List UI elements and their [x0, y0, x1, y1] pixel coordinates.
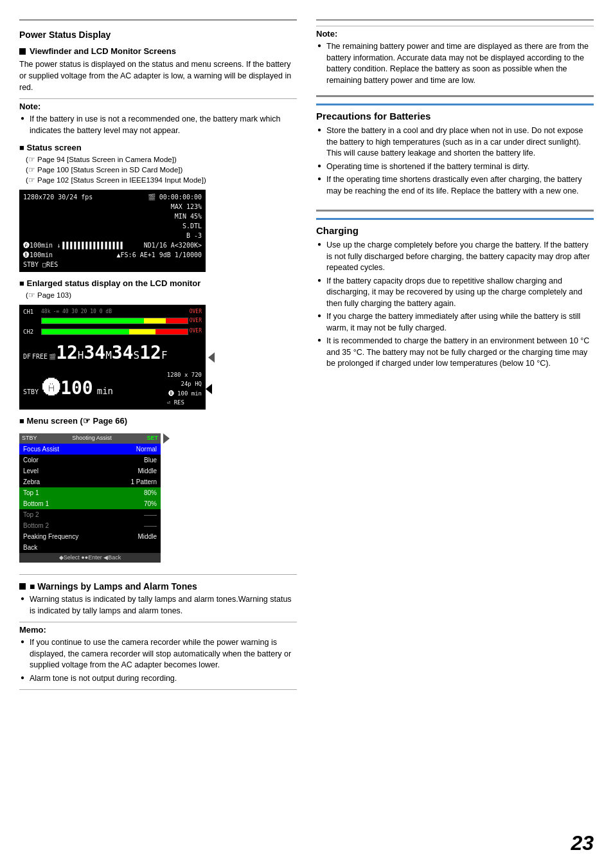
tc-hours: 12	[56, 339, 78, 368]
status-b100: 🅑100min	[23, 250, 53, 260]
precautions-title: Precautions for Batteries	[316, 111, 594, 122]
ch1-over: OVER	[190, 308, 202, 316]
menu-row-peaking: Peaking Frequency Middle	[19, 531, 161, 542]
note-item: If the battery in use is not a recommend…	[19, 114, 297, 136]
right-note-label: Note:	[316, 29, 337, 39]
ch1-label: CH1	[23, 307, 41, 316]
menu-value-color: Blue	[144, 455, 157, 465]
menu-label-level: Level	[23, 466, 39, 476]
viewfinder-body: The power status is displayed on the sta…	[19, 59, 297, 93]
right-note-box: Note: The remaining battery power and ti…	[316, 26, 594, 86]
charging-item-1: Use up the charge completely before you …	[316, 240, 594, 274]
ref-2: (☞ Page 100 [Status Screen in SD Card Mo…	[26, 165, 297, 174]
precautions-item-3: If the operating time shortens drastical…	[316, 174, 594, 197]
ch2-label: CH2	[23, 327, 41, 336]
tc-frames: 12	[139, 339, 161, 368]
section-divider-warnings	[19, 574, 297, 575]
memo-list: If you continue to use the camera record…	[19, 637, 297, 684]
status-sdtl: S.DTL	[182, 221, 202, 231]
charging-item-2: If the battery capacity drops due to rep…	[316, 276, 594, 310]
tc-mins: 34	[84, 339, 106, 368]
note-label: Note:	[19, 102, 40, 111]
status-screen-mockup: 1280x720 30/24 fps 🎬 00:00:00:00 MAX 123…	[19, 190, 206, 272]
df-label: DF	[23, 352, 31, 362]
warnings-list: Warning status is indicated by tally lam…	[19, 594, 297, 617]
charging-divider	[316, 210, 594, 212]
precautions-item-2: Operating time is shortened if the batte…	[316, 161, 594, 173]
enlarged-screen-mockup: CH1 48k -∞ 40 30 20 10 0 dB OVER OVER CH…	[19, 305, 206, 410]
status-nd: ND1/16 A<3200K>	[144, 240, 202, 250]
status-stby: STBY □RES	[23, 260, 58, 269]
power-status-title: Power Status Display	[19, 30, 297, 40]
menu-header-title: Shooting Assist	[72, 434, 112, 443]
ch1-bar-row: OVER	[23, 317, 202, 325]
right-column: Note: The remaining battery power and ti…	[316, 19, 594, 829]
right-top-divider	[316, 19, 594, 21]
charging-item-4: It is recommended to charge the battery …	[316, 336, 594, 370]
ch2-over: OVER	[190, 327, 202, 336]
status-line1-left: 1280x720 30/24 fps	[23, 192, 93, 202]
status-fs: ▲FS:6 AE+1 9dB 1/10000	[117, 250, 202, 260]
status-timecode: 🎬 00:00:00:00	[148, 192, 202, 202]
status-max: MAX 123%	[171, 202, 202, 212]
big-timecode-row: DF FREE 🎬 12 H 34 M 34 S 12 F	[23, 339, 202, 368]
menu-row-back: Back	[19, 542, 161, 553]
stby-info: 1280 x 720 24p HQ 🅑 100 min ⏎ RES	[167, 370, 202, 408]
square-bullet-icon	[19, 48, 26, 55]
enlarged-label: ■ Enlarged status display on the LCD mon…	[19, 278, 297, 288]
menu-value-top1: 80%	[144, 488, 157, 498]
menu-arrow-indicator	[163, 433, 170, 444]
menu-label-top1: Top 1	[23, 488, 39, 498]
menu-value-bottom1: 70%	[144, 499, 157, 509]
free-label: FREE	[32, 352, 48, 362]
menu-label-color: Color	[23, 455, 39, 465]
menu-row-top2: Top 2 ——	[19, 509, 161, 520]
warnings-bullet-icon	[19, 583, 26, 590]
menu-label-zebra: Zebra	[23, 477, 40, 487]
note-box-viewfinder: Note: If the battery in use is not a rec…	[19, 98, 297, 136]
arrow-right	[206, 384, 212, 394]
memo-box: Memo: If you continue to use the camera …	[19, 622, 297, 690]
menu-value-focus: Normal	[136, 444, 157, 454]
menu-screen-wrapper: STBY Shooting Assist SET Focus Assist No…	[19, 428, 161, 568]
menu-label-bottom1: Bottom 1	[23, 499, 49, 509]
menu-value-bottom2: ——	[144, 521, 157, 530]
ref-1: (☞ Page 94 [Status Screen in Camera Mode…	[26, 155, 297, 164]
status-b3: B -3	[186, 231, 202, 240]
menu-row-level: Level Middle	[19, 466, 161, 476]
menu-value-level: Middle	[138, 466, 157, 476]
menu-label-back: Back	[23, 543, 37, 552]
status-a100: 🅐100min ↓▐▐▐▐▐▐▐▐▐▐▐▐▐▐▐▐	[23, 240, 123, 250]
left-column: Power Status Display Viewfinder and LCD …	[19, 19, 297, 829]
menu-label-peaking: Peaking Frequency	[23, 532, 78, 541]
note-list: If the battery in use is not a recommend…	[19, 114, 297, 136]
menu-row-color: Color Blue	[19, 455, 161, 466]
screen-arrow-indicator	[208, 352, 215, 363]
menu-header: STBY Shooting Assist SET	[19, 433, 161, 444]
menu-value-top2: ——	[144, 510, 157, 520]
tc-secs: 34	[112, 339, 134, 368]
menu-header-stby: STBY	[22, 434, 37, 443]
precautions-item-1: Store the battery in a cool and dry plac…	[316, 125, 594, 159]
ch1-over2: OVER	[190, 317, 202, 325]
menu-label-top2: Top 2	[23, 510, 39, 520]
status-screen-label: ■ Status screen	[19, 143, 297, 152]
status-min: MIN 45%	[175, 212, 202, 221]
menu-header-set: SET	[147, 434, 158, 443]
stby-big: 🅐100	[42, 377, 93, 399]
stby-min: min	[97, 386, 113, 396]
stby-text: STBY	[23, 388, 39, 395]
stby-row: STBY 🅐100 min 1280 x 720 24p HQ 🅑 100 mi…	[23, 370, 202, 408]
tc-h-sub: H	[78, 347, 84, 364]
warnings-item-1: Warning status is indicated by tally lam…	[19, 594, 297, 617]
menu-row-zebra: Zebra 1 Pattern	[19, 476, 161, 487]
menu-row-top1: Top 1 80%	[19, 487, 161, 498]
viewfinder-title: Viewfinder and LCD Monitor Screens	[19, 46, 297, 56]
memo-item-1: If you continue to use the camera record…	[19, 637, 297, 671]
ch1-row: CH1 48k -∞ 40 30 20 10 0 dB OVER	[23, 307, 202, 316]
precautions-list: Store the battery in a cool and dry plac…	[316, 125, 594, 197]
charging-section: Charging Use up the charge completely be…	[316, 218, 594, 370]
menu-screen-label: ■ Menu screen (☞ Page 66)	[19, 416, 297, 426]
menu-row-bottom2: Bottom 2 ——	[19, 520, 161, 531]
precautions-section: Precautions for Batteries Store the batt…	[316, 104, 594, 197]
